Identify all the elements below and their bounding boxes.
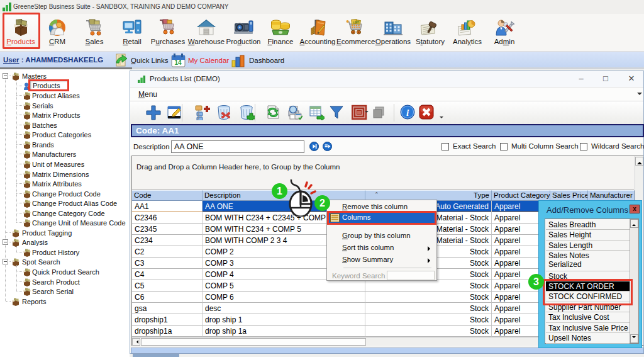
svg-text:14: 14 (174, 59, 182, 66)
svg-text:LIVE: LIVE (353, 20, 359, 24)
